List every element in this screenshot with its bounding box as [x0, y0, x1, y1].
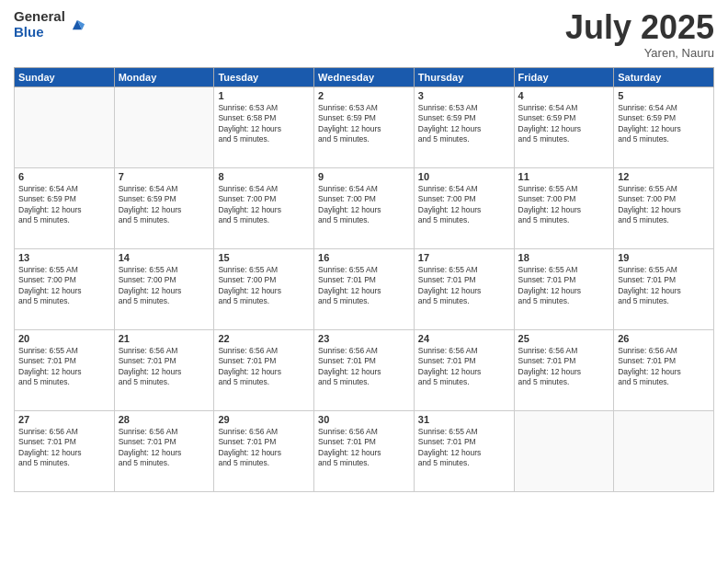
day-number: 9: [318, 171, 410, 182]
day-number: 21: [119, 333, 210, 344]
calendar-cell: 15Sunrise: 6:55 AM Sunset: 7:00 PM Dayli…: [214, 248, 314, 329]
day-number: 3: [418, 90, 510, 101]
day-info: Sunrise: 6:56 AM Sunset: 7:01 PM Dayligh…: [318, 427, 410, 469]
header: General Blue July 2025 Yaren, Nauru: [14, 9, 714, 60]
week-row-2: 13Sunrise: 6:55 AM Sunset: 7:00 PM Dayli…: [15, 248, 714, 329]
day-info: Sunrise: 6:55 AM Sunset: 7:00 PM Dayligh…: [518, 184, 610, 226]
day-info: Sunrise: 6:56 AM Sunset: 7:01 PM Dayligh…: [318, 346, 410, 388]
day-info: Sunrise: 6:55 AM Sunset: 7:01 PM Dayligh…: [418, 265, 510, 307]
calendar-cell: 17Sunrise: 6:55 AM Sunset: 7:01 PM Dayli…: [414, 248, 514, 329]
day-info: Sunrise: 6:55 AM Sunset: 7:00 PM Dayligh…: [618, 184, 710, 226]
calendar-cell: 12Sunrise: 6:55 AM Sunset: 7:00 PM Dayli…: [614, 167, 714, 248]
day-number: 12: [618, 171, 710, 182]
day-info: Sunrise: 6:55 AM Sunset: 7:01 PM Dayligh…: [318, 265, 410, 307]
calendar-cell: 27Sunrise: 6:56 AM Sunset: 7:01 PM Dayli…: [15, 410, 115, 491]
day-number: 10: [418, 171, 510, 182]
day-number: 14: [119, 252, 210, 263]
day-number: 29: [218, 414, 310, 425]
calendar-cell: 21Sunrise: 6:56 AM Sunset: 7:01 PM Dayli…: [114, 329, 214, 410]
week-row-4: 27Sunrise: 6:56 AM Sunset: 7:01 PM Dayli…: [15, 410, 714, 491]
day-number: 25: [518, 333, 610, 344]
calendar-cell: 29Sunrise: 6:56 AM Sunset: 7:01 PM Dayli…: [214, 410, 314, 491]
calendar-cell: [114, 86, 214, 167]
day-number: 2: [318, 90, 410, 101]
day-info: Sunrise: 6:54 AM Sunset: 7:00 PM Dayligh…: [218, 184, 310, 226]
day-number: 31: [418, 414, 510, 425]
day-info: Sunrise: 6:56 AM Sunset: 7:01 PM Dayligh…: [518, 346, 610, 388]
day-info: Sunrise: 6:56 AM Sunset: 7:01 PM Dayligh…: [418, 346, 510, 388]
day-info: Sunrise: 6:54 AM Sunset: 6:59 PM Dayligh…: [18, 184, 110, 226]
calendar-body: 1Sunrise: 6:53 AM Sunset: 6:58 PM Daylig…: [15, 86, 714, 491]
day-info: Sunrise: 6:56 AM Sunset: 7:01 PM Dayligh…: [218, 427, 310, 469]
logo: General Blue: [14, 9, 87, 40]
title-block: July 2025 Yaren, Nauru: [565, 9, 714, 60]
day-info: Sunrise: 6:55 AM Sunset: 7:01 PM Dayligh…: [518, 265, 610, 307]
calendar-header-wednesday: Wednesday: [314, 67, 415, 86]
logo-blue: Blue: [14, 25, 65, 40]
month-title: July 2025: [565, 9, 714, 46]
day-info: Sunrise: 6:56 AM Sunset: 7:01 PM Dayligh…: [18, 427, 110, 469]
day-info: Sunrise: 6:53 AM Sunset: 6:59 PM Dayligh…: [318, 103, 410, 145]
calendar-cell: 18Sunrise: 6:55 AM Sunset: 7:01 PM Dayli…: [514, 248, 614, 329]
calendar-cell: [614, 410, 714, 491]
calendar-cell: [514, 410, 614, 491]
day-number: 27: [18, 414, 110, 425]
day-number: 19: [618, 252, 710, 263]
day-info: Sunrise: 6:54 AM Sunset: 7:00 PM Dayligh…: [418, 184, 510, 226]
calendar-cell: 7Sunrise: 6:54 AM Sunset: 6:59 PM Daylig…: [114, 167, 214, 248]
calendar-cell: 13Sunrise: 6:55 AM Sunset: 7:00 PM Dayli…: [15, 248, 115, 329]
day-info: Sunrise: 6:55 AM Sunset: 7:00 PM Dayligh…: [18, 265, 110, 307]
calendar-cell: 30Sunrise: 6:56 AM Sunset: 7:01 PM Dayli…: [314, 410, 415, 491]
day-info: Sunrise: 6:56 AM Sunset: 7:01 PM Dayligh…: [119, 346, 210, 388]
day-info: Sunrise: 6:54 AM Sunset: 6:59 PM Dayligh…: [119, 184, 210, 226]
day-info: Sunrise: 6:55 AM Sunset: 7:00 PM Dayligh…: [119, 265, 210, 307]
calendar-header-row: SundayMondayTuesdayWednesdayThursdayFrid…: [15, 67, 714, 86]
calendar-cell: 20Sunrise: 6:55 AM Sunset: 7:01 PM Dayli…: [15, 329, 115, 410]
day-info: Sunrise: 6:54 AM Sunset: 6:59 PM Dayligh…: [518, 103, 610, 145]
day-info: Sunrise: 6:54 AM Sunset: 6:59 PM Dayligh…: [618, 103, 710, 145]
calendar-cell: 11Sunrise: 6:55 AM Sunset: 7:00 PM Dayli…: [514, 167, 614, 248]
day-number: 26: [618, 333, 710, 344]
calendar-cell: 2Sunrise: 6:53 AM Sunset: 6:59 PM Daylig…: [314, 86, 415, 167]
day-number: 6: [18, 171, 110, 182]
week-row-1: 6Sunrise: 6:54 AM Sunset: 6:59 PM Daylig…: [15, 167, 714, 248]
day-info: Sunrise: 6:56 AM Sunset: 7:01 PM Dayligh…: [618, 346, 710, 388]
day-number: 18: [518, 252, 610, 263]
day-info: Sunrise: 6:55 AM Sunset: 7:01 PM Dayligh…: [418, 427, 510, 469]
calendar-cell: [15, 86, 115, 167]
calendar-cell: 6Sunrise: 6:54 AM Sunset: 6:59 PM Daylig…: [15, 167, 115, 248]
day-number: 28: [119, 414, 210, 425]
day-number: 7: [119, 171, 210, 182]
calendar-cell: 9Sunrise: 6:54 AM Sunset: 7:00 PM Daylig…: [314, 167, 415, 248]
calendar-cell: 28Sunrise: 6:56 AM Sunset: 7:01 PM Dayli…: [114, 410, 214, 491]
calendar-header-thursday: Thursday: [414, 67, 514, 86]
calendar-cell: 16Sunrise: 6:55 AM Sunset: 7:01 PM Dayli…: [314, 248, 415, 329]
week-row-0: 1Sunrise: 6:53 AM Sunset: 6:58 PM Daylig…: [15, 86, 714, 167]
day-info: Sunrise: 6:55 AM Sunset: 7:00 PM Dayligh…: [218, 265, 310, 307]
location: Yaren, Nauru: [565, 46, 714, 60]
calendar-cell: 31Sunrise: 6:55 AM Sunset: 7:01 PM Dayli…: [414, 410, 514, 491]
logo-icon: [67, 15, 87, 35]
day-number: 8: [218, 171, 310, 182]
calendar-cell: 3Sunrise: 6:53 AM Sunset: 6:59 PM Daylig…: [414, 86, 514, 167]
week-row-3: 20Sunrise: 6:55 AM Sunset: 7:01 PM Dayli…: [15, 329, 714, 410]
day-number: 20: [18, 333, 110, 344]
page: General Blue July 2025 Yaren, Nauru Sund…: [0, 0, 728, 563]
day-number: 4: [518, 90, 610, 101]
day-number: 17: [418, 252, 510, 263]
calendar-header-sunday: Sunday: [15, 67, 115, 86]
day-info: Sunrise: 6:56 AM Sunset: 7:01 PM Dayligh…: [218, 346, 310, 388]
logo-general: General: [14, 9, 65, 25]
day-number: 24: [418, 333, 510, 344]
day-info: Sunrise: 6:53 AM Sunset: 6:59 PM Dayligh…: [418, 103, 510, 145]
calendar-cell: 8Sunrise: 6:54 AM Sunset: 7:00 PM Daylig…: [214, 167, 314, 248]
calendar-cell: 1Sunrise: 6:53 AM Sunset: 6:58 PM Daylig…: [214, 86, 314, 167]
calendar-header-monday: Monday: [114, 67, 214, 86]
day-info: Sunrise: 6:55 AM Sunset: 7:01 PM Dayligh…: [618, 265, 710, 307]
day-info: Sunrise: 6:55 AM Sunset: 7:01 PM Dayligh…: [18, 346, 110, 388]
calendar-cell: 25Sunrise: 6:56 AM Sunset: 7:01 PM Dayli…: [514, 329, 614, 410]
calendar-header-friday: Friday: [514, 67, 614, 86]
calendar-cell: 4Sunrise: 6:54 AM Sunset: 6:59 PM Daylig…: [514, 86, 614, 167]
calendar-cell: 24Sunrise: 6:56 AM Sunset: 7:01 PM Dayli…: [414, 329, 514, 410]
calendar-cell: 5Sunrise: 6:54 AM Sunset: 6:59 PM Daylig…: [614, 86, 714, 167]
